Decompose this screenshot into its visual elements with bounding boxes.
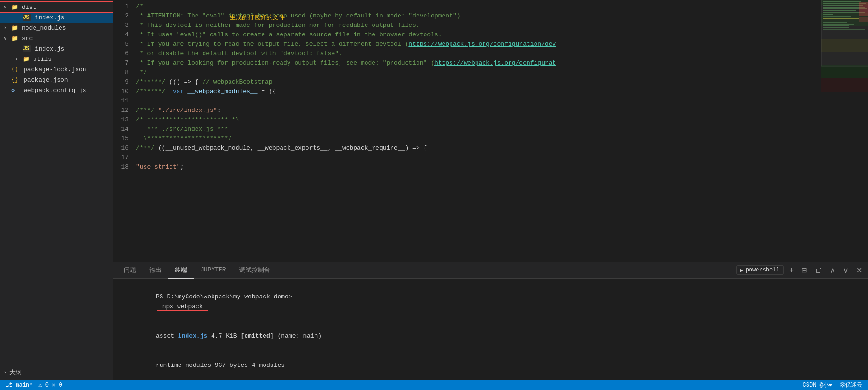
sidebar-item-webpack-config[interactable]: ⚙ webpack.config.js [0,85,113,95]
shell-icon: ▶ [740,267,744,273]
error-count[interactable]: ⚠ 0 ✕ 0 [38,382,62,389]
t-asset-size: 4.7 KiB [207,332,240,339]
sidebar-item-package-lock[interactable]: {} package-lock.json [0,64,113,75]
folder-arrow-dist: ∨ [4,4,11,10]
code-line-7: 7 * If you are looking for production-re… [113,59,821,68]
shell-selector[interactable]: ▶ powershell [736,265,784,275]
tab-jupyter[interactable]: JUPYTER [194,262,233,279]
line-num-3: 3 [113,21,136,30]
trash-terminal-button[interactable]: 🗑 [813,265,824,275]
outline-arrow: › [4,370,7,375]
line-content-18: "use strict"; [136,162,821,172]
code-line-2: 2 * ATTENTION: The "eval" devtool has be… [113,11,821,21]
minimap[interactable] [821,0,868,262]
t-asset-name: index.js [178,332,207,339]
line-num-12: 12 [113,106,136,115]
close-panel-button[interactable]: ✕ [854,265,864,276]
sidebar-item-label-dist: dist [22,4,36,11]
line-num-13: 13 [113,115,136,125]
line-content-13: /*!**********************!*\ [136,115,821,125]
sidebar-item-label-webpack: webpack.config.js [24,87,86,94]
panel: 问题 输出 终端 JUPYTER 调试控制台 ▶ powershell [113,262,868,380]
js-icon-dist: JS [23,14,31,21]
collapse-panel-button[interactable]: ∧ [828,265,837,276]
code-line-3: 3 * This devtool is neither made for pro… [113,21,821,30]
tab-output[interactable]: 输出 [143,262,168,279]
code-line-18: 18 "use strict"; [113,162,821,172]
sidebar-item-label-package-lock: package-lock.json [24,66,86,73]
line-num-14: 14 [113,125,136,134]
folder-icon-src: 📁 [11,35,20,42]
tab-label-terminal: 终端 [175,266,187,274]
json-icon-pkg: {} [11,76,20,83]
line-content-2: * ATTENTION: The "eval" devtool has been… [136,11,821,21]
tab-label-jupyter: JUPYTER [200,266,226,273]
csdn-label[interactable]: CSDN @小❤ [803,381,832,389]
sidebar-item-node-modules[interactable]: › 📁 node_modules [0,23,113,33]
sidebar-item-label-node: node_modules [22,25,66,32]
sidebar-item-label-index-js-src: index.js [35,45,64,52]
folder-arrow-node: › [4,25,11,31]
code-line-12: 12 /***/ "./src/index.js": [113,106,821,115]
code-line-4: 4 * It uses "eval()" calls to create a s… [113,30,821,40]
sidebar-item-label-utils: utils [33,56,51,63]
tab-label-output: 输出 [149,266,162,274]
line-content-6: * or disable the default devtool with "d… [136,49,821,59]
sidebar-item-src[interactable]: ∨ 📁 src [0,33,113,43]
sidebar-item-index-js-dist[interactable]: JS index.js [0,12,113,23]
line-content-7: * If you are looking for production-read… [136,59,821,68]
terminal-line-runtime: runtime modules 937 bytes 4 modules [119,351,862,380]
code-line-15: 15 \**********************/ [113,134,821,144]
expand-panel-button[interactable]: ∨ [841,265,851,276]
tab-label-debug: 调试控制台 [239,266,270,274]
line-content-12: /***/ "./src/index.js": [136,106,821,115]
code-line-13: 13 /*!**********************!*\ [113,115,821,125]
tab-problems[interactable]: 问题 [117,262,143,279]
add-terminal-button[interactable]: + [788,265,796,275]
line-num-18: 18 [113,162,136,172]
git-branch[interactable]: ⎇ main* [6,382,33,389]
line-content-10: /******/ var __webpack_modules__ = ({ [136,87,821,96]
folder-icon-dist: 📁 [11,4,20,11]
line-num-7: 7 [113,59,136,68]
terminal-cmd-box: npx webpack [157,303,208,311]
tab-debug[interactable]: 调试控制台 [233,262,277,279]
code-line-16: 16 /***/ ((__unused_webpack_module, __we… [113,144,821,153]
code-line-8: 8 */ [113,68,821,77]
outline-section[interactable]: › 大纲 [0,365,113,380]
code-line-17: 17 [113,153,821,162]
minimap-content [821,0,868,262]
line-num-17: 17 [113,153,136,162]
code-line-9: 9 /******/ (() => { // webpackBootstrap [113,77,821,87]
folder-arrow-utils: › [15,57,23,62]
code-line-6: 6 * or disable the default devtool with … [113,49,821,59]
line-content-4: * It uses "eval()" calls to create a sep… [136,30,821,40]
sidebar-item-package[interactable]: {} package.json [0,75,113,85]
line-num-10: 10 [113,87,136,96]
sidebar-item-label-package: package.json [24,76,68,84]
t-runtime: runtime modules 937 bytes 4 modules [156,362,285,369]
yiyun-label[interactable]: ⑧亿迷云 [840,381,862,389]
tab-terminal[interactable]: 终端 [168,262,194,279]
line-num-11: 11 [113,96,136,106]
line-content-9: /******/ (() => { // webpackBootstrap [136,77,821,87]
sidebar-item-index-js-src[interactable]: JS index.js [0,43,113,54]
split-terminal-button[interactable]: ⊟ [800,265,809,275]
line-num-9: 9 [113,77,136,87]
code-line-5: 5 * If you are trying to read the output… [113,40,821,49]
terminal[interactable]: PS D:\myCode\webpack\my-webpack-demo> np… [113,279,868,380]
terminal-path: PS D:\myCode\webpack\my-webpack-demo> [156,293,292,300]
editor-wrapper: 生成的打包好的文件 1 /* 2 * ATTENTION: The "eval"… [113,0,868,262]
sidebar-item-utils[interactable]: › 📁 utils [0,54,113,64]
folder-icon-node: 📁 [11,25,20,32]
line-num-4: 4 [113,30,136,40]
sidebar-item-dist[interactable]: ∨ 📁 dist [0,2,113,12]
webpack-icon: ⚙ [11,87,20,94]
code-line-1: 1 /* [113,2,821,11]
folder-arrow-src: ∨ [4,35,11,41]
t-emitted: [emitted] [240,332,273,339]
panel-tab-right: ▶ powershell + ⊟ 🗑 ∧ ∨ ✕ [736,265,864,276]
code-editor[interactable]: 1 /* 2 * ATTENTION: The "eval" devtool h… [113,0,821,262]
terminal-line-cmd: PS D:\myCode\webpack\my-webpack-demo> np… [119,282,862,322]
terminal-line-asset: asset index.js 4.7 KiB [emitted] (name: … [119,322,862,351]
